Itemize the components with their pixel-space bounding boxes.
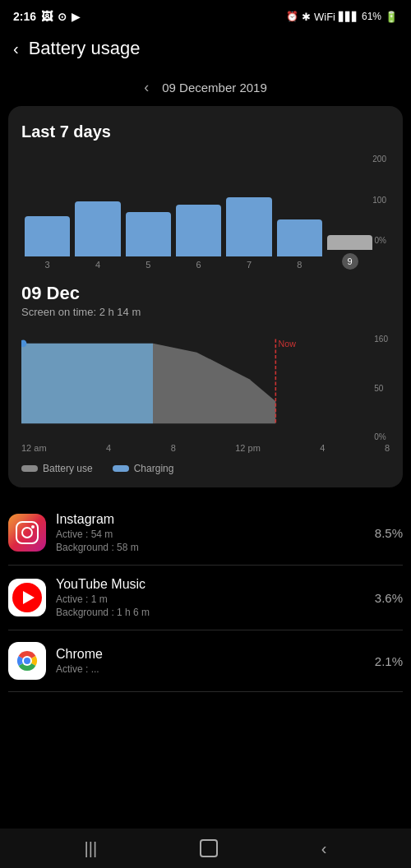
battery-icon: 🔋 (385, 11, 398, 23)
app-info-instagram: Instagram Active : 54 m Background : 58 … (56, 512, 365, 553)
recent-apps-button[interactable]: ||| (85, 839, 98, 858)
chart-legend: Battery use Charging (21, 463, 390, 474)
date-label: 09 December 2019 (162, 81, 267, 95)
app-list: Instagram Active : 54 m Background : 58 … (8, 501, 403, 692)
wifi-icon: WiFi (314, 11, 335, 23)
bar-day-label: 4 (95, 260, 100, 270)
chrome-icon (8, 642, 46, 680)
line-chart: Now 160 50 0% (21, 335, 390, 441)
app-active-time: Active : 54 m (56, 529, 365, 540)
day-detail-section: 09 Dec Screen on time: 2 h 14 m (21, 270, 390, 325)
app-usage-percent: 2.1% (375, 654, 403, 668)
bar-col: 5 (126, 212, 171, 270)
bar-day-label: 8 (297, 260, 302, 270)
bar-day-label: 5 (145, 260, 150, 270)
app-info-youtube: YouTube Music Active : 1 m Background : … (56, 577, 365, 618)
legend-battery-label: Battery use (43, 463, 93, 474)
app-active-time: Active : 1 m (56, 593, 365, 605)
status-bar: 2:16 🖼 ⊙ ▶ ⏰ ✱ WiFi ▋▋▋ 61% 🔋 (0, 0, 411, 30)
list-item[interactable]: YouTube Music Active : 1 m Background : … (8, 566, 403, 630)
svg-marker-0 (21, 344, 153, 423)
bar-col: 9 (327, 235, 372, 270)
signal-icon: ▋▋▋ (339, 12, 358, 22)
line-chart-svg: Now (21, 335, 390, 441)
bar-day-label: 9 (342, 253, 358, 270)
status-right: ⏰ ✱ WiFi ▋▋▋ 61% 🔋 (286, 11, 398, 23)
photo-icon: 🖼 (41, 10, 53, 23)
back-nav-button[interactable]: ‹ (321, 839, 327, 858)
bar (327, 235, 372, 250)
screen-on-time: Screen on time: 2 h 14 m (21, 306, 390, 318)
main-card: Last 7 days 3456789 200 100 0% 09 Dec Sc… (8, 106, 403, 487)
legend-battery-use: Battery use (21, 463, 93, 474)
bar (25, 216, 70, 257)
bar (277, 219, 322, 256)
bar-chart: 3456789 (21, 179, 372, 270)
bluetooth-icon: ✱ (302, 11, 311, 23)
bar-col: 4 (75, 201, 120, 270)
bottom-nav: ||| ‹ (0, 829, 411, 868)
date-prev-button[interactable]: ‹ (144, 79, 149, 96)
header: ‹ Battery usage (0, 30, 411, 72)
bar-day-label: 3 (45, 260, 50, 270)
home-button[interactable] (200, 839, 218, 857)
youtube-status-icon: ▶ (72, 11, 80, 23)
status-left: 2:16 🖼 ⊙ ▶ (13, 10, 80, 23)
svg-point-7 (24, 658, 30, 664)
app-name: Instagram (56, 512, 365, 527)
location-icon: ⊙ (58, 11, 67, 23)
line-chart-x-labels: 12 am 4 8 12 pm 4 8 (21, 443, 390, 453)
card-title: Last 7 days (21, 122, 390, 141)
list-item[interactable]: Chrome Active : ... 2.1% (8, 630, 403, 692)
bar-col: 7 (226, 197, 271, 270)
bar (176, 205, 221, 256)
bar (126, 212, 171, 256)
app-usage-percent: 8.5% (375, 526, 403, 540)
app-background-time: Background : 58 m (56, 542, 365, 553)
app-name: Chrome (56, 647, 365, 662)
alarm-icon: ⏰ (286, 11, 298, 22)
date-nav: ‹ 09 December 2019 (0, 72, 411, 103)
legend-charging: Charging (113, 463, 174, 474)
instagram-icon (8, 514, 46, 552)
app-background-time: Background : 1 h 6 m (56, 607, 365, 618)
back-button[interactable]: ‹ (13, 39, 19, 58)
bar-col: 6 (176, 205, 221, 270)
app-active-time: Active : ... (56, 663, 365, 675)
bar (226, 197, 271, 256)
bar-col: 8 (277, 219, 322, 270)
app-info-chrome: Chrome Active : ... (56, 647, 365, 675)
page-title: Battery usage (29, 38, 141, 59)
app-usage-percent: 3.6% (375, 591, 403, 605)
legend-charging-label: Charging (134, 463, 174, 474)
bar-day-label: 7 (247, 260, 252, 270)
youtube-music-icon (8, 579, 46, 616)
status-time: 2:16 (13, 10, 36, 23)
battery-percentage: 61% (362, 11, 381, 22)
bar-col: 3 (25, 216, 70, 270)
legend-gray-dot (21, 465, 38, 472)
bar-day-label: 6 (196, 260, 201, 270)
svg-marker-1 (153, 344, 275, 423)
bar-chart-y-axis: 200 100 0% (372, 155, 390, 245)
list-item[interactable]: Instagram Active : 54 m Background : 58 … (8, 501, 403, 566)
day-detail-date: 09 Dec (21, 283, 390, 304)
bar (75, 201, 120, 257)
svg-text:Now: Now (279, 339, 297, 349)
app-name: YouTube Music (56, 577, 365, 592)
legend-blue-dot (113, 465, 129, 472)
